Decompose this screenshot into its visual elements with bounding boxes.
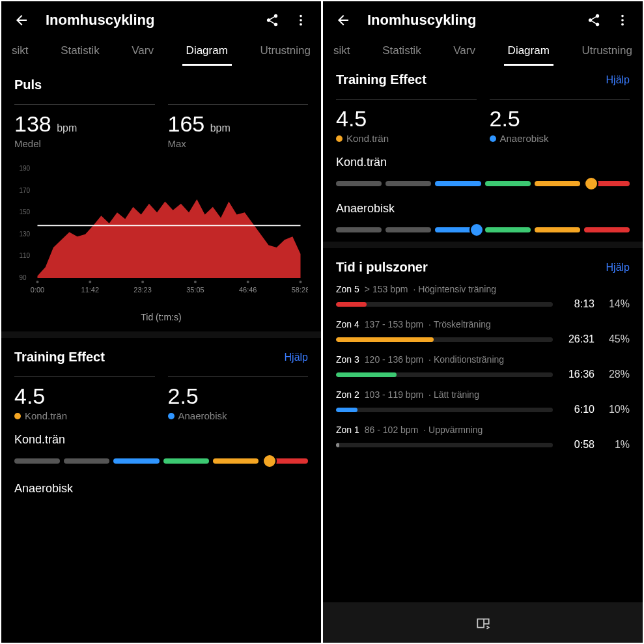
- te-help-link[interactable]: Hjälp: [285, 352, 308, 363]
- svg-text:90: 90: [20, 274, 27, 281]
- gauge-anaerobic-r: [336, 227, 630, 232]
- svg-point-12: [89, 281, 91, 283]
- screen-left: Inomhuscykling sikt Statistik Varv Diagr…: [1, 1, 321, 643]
- zone-range: 120 - 136 bpm: [365, 354, 423, 365]
- zone-time: 0:58: [559, 439, 595, 451]
- zone-name: Zon 1: [336, 425, 359, 435]
- tab-oversikt[interactable]: sikt: [329, 40, 354, 66]
- zone-row-4: Zon 1 86 - 102 bpm · Uppvärmning 0:58 1%: [336, 425, 630, 451]
- te-aerobic-value-r: 4.5: [336, 106, 367, 132]
- back-icon[interactable]: [13, 12, 30, 29]
- zone-pct: 45%: [601, 333, 630, 345]
- zone-name: Zon 3: [336, 354, 359, 365]
- te-aerobic-r: 4.5 Kond.trän: [336, 99, 477, 144]
- zone-row-1: Zon 4 137 - 153 bpm · Tröskelträning 26:…: [336, 319, 630, 345]
- zone-desc: · Högintensiv träning: [413, 284, 496, 294]
- te-anaerobic-value: 2.5: [168, 384, 199, 409]
- tab-bar: sikt Statistik Varv Diagram Utrustning: [1, 36, 321, 66]
- zone-name: Zon 4: [336, 319, 359, 329]
- zone-desc: · Lätt träning: [428, 389, 479, 400]
- screen-right: Inomhuscykling sikt Statistik Varv Diagr…: [323, 1, 643, 643]
- share-icon[interactable]: [264, 12, 281, 29]
- zone-desc: · Konditionsträning: [428, 354, 504, 365]
- zone-row-2: Zon 3 120 - 136 bpm · Konditionsträning …: [336, 354, 630, 380]
- puls-max-unit: bpm: [210, 122, 231, 133]
- svg-text:23:23: 23:23: [133, 286, 152, 294]
- te-aerobic-value: 4.5: [14, 384, 45, 409]
- zones-section: Tid i pulszoner Hjälp Zon 5 > 153 bpm · …: [323, 248, 643, 460]
- zone-row-3: Zon 2 103 - 119 bpm · Lätt träning 6:10 …: [336, 389, 630, 415]
- svg-point-0: [300, 15, 302, 18]
- gauge-aerobic-r: [336, 181, 630, 186]
- tab-utrustning[interactable]: Utrustning: [256, 40, 314, 66]
- zone-bar: [336, 443, 553, 447]
- svg-text:58:28: 58:28: [292, 286, 308, 294]
- svg-text:35:05: 35:05: [186, 286, 204, 294]
- puls-max-label: Max: [168, 138, 309, 149]
- svg-text:130: 130: [20, 231, 31, 238]
- tab-diagram[interactable]: Diagram: [182, 40, 232, 66]
- dot-anaerobic-icon: [490, 135, 496, 142]
- zone-bar: [336, 302, 553, 307]
- te-anaerobic-r: 2.5 Anaerobisk: [490, 99, 630, 144]
- tab-varv[interactable]: Varv: [449, 40, 479, 66]
- zone-name: Zon 5: [336, 284, 359, 294]
- svg-text:11:42: 11:42: [81, 286, 100, 294]
- svg-point-22: [621, 15, 624, 18]
- app-header-r: Inomhuscykling: [323, 1, 643, 36]
- puls-avg-unit: bpm: [57, 122, 77, 133]
- svg-text:170: 170: [20, 187, 31, 194]
- zones-title: Tid i pulszoner: [336, 260, 428, 275]
- te-aerobic-label: Kond.trän: [25, 410, 67, 421]
- back-icon[interactable]: [335, 12, 352, 29]
- dot-anaerobic-icon: [168, 413, 175, 419]
- te-title-r: Training Effect: [336, 72, 427, 87]
- puls-avg: 138 bpm Medel: [14, 104, 155, 149]
- tab-statistik[interactable]: Statistik: [378, 40, 425, 66]
- zone-desc: · Tröskelträning: [428, 319, 491, 329]
- svg-point-10: [36, 281, 39, 283]
- puls-max: 165 bpm Max: [168, 104, 309, 149]
- more-icon[interactable]: [614, 12, 631, 29]
- dot-aerobic-icon: [14, 413, 21, 419]
- zone-pct: 10%: [601, 404, 630, 415]
- tab-bar-r: sikt Statistik Varv Diagram Utrustning: [323, 36, 643, 66]
- te-aerobic-label-r: Kond.trän: [346, 133, 389, 144]
- bottom-bar: [323, 602, 643, 643]
- puls-section: Puls 138 bpm Medel 165 bpm Max 901101301…: [1, 66, 321, 338]
- svg-point-1: [300, 19, 302, 21]
- zone-range: 137 - 153 bpm: [365, 319, 423, 329]
- tab-oversikt[interactable]: sikt: [8, 40, 33, 66]
- puls-chart[interactable]: 901101301501701900:0011:4223:2335:0546:4…: [14, 165, 308, 304]
- gauge-anaerobic-label-r: Anaerobisk: [336, 202, 630, 216]
- zone-time: 26:31: [559, 333, 595, 345]
- svg-point-23: [621, 19, 624, 21]
- svg-point-24: [621, 23, 624, 26]
- te-help-link-r[interactable]: Hjälp: [606, 74, 630, 86]
- gauge-aerobic-left: [14, 458, 308, 464]
- svg-text:0:00: 0:00: [31, 286, 44, 294]
- svg-text:46:46: 46:46: [239, 286, 257, 294]
- puls-xlabel: Tid (t:m:s): [14, 312, 308, 322]
- tab-statistik[interactable]: Statistik: [57, 40, 104, 66]
- zone-bar: [336, 372, 553, 377]
- zone-pct: 14%: [601, 298, 630, 310]
- page-title-r: Inomhuscykling: [367, 12, 574, 29]
- dot-aerobic-icon: [336, 135, 343, 142]
- gauge-aerobic-label-r: Kond.trän: [336, 156, 630, 169]
- tab-utrustning[interactable]: Utrustning: [578, 40, 636, 66]
- gauge-aerobic-label-left: Kond.trän: [14, 433, 308, 447]
- more-icon[interactable]: [292, 12, 309, 29]
- zone-range: 86 - 102 bpm: [365, 425, 419, 435]
- share-icon[interactable]: [585, 12, 602, 29]
- zone-time: 8:13: [559, 298, 595, 310]
- rotate-screen-icon[interactable]: [475, 614, 492, 631]
- training-effect-section-left: Training Effect Hjälp 4.5 Kond.trän 2.5 …: [1, 338, 321, 505]
- training-effect-section-right: Training Effect Hjälp 4.5 Kond.trän 2.5 …: [323, 66, 643, 248]
- puls-max-value: 165: [168, 111, 205, 137]
- tab-diagram[interactable]: Diagram: [504, 40, 553, 66]
- puls-title: Puls: [14, 77, 308, 92]
- tab-varv[interactable]: Varv: [128, 40, 158, 66]
- svg-text:110: 110: [20, 252, 31, 259]
- zones-help-link[interactable]: Hjälp: [606, 262, 630, 273]
